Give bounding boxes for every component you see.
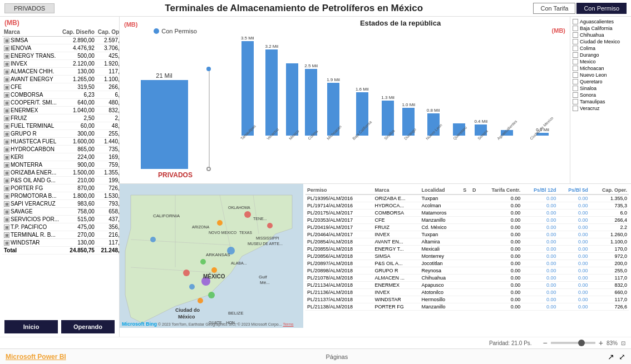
table-row[interactable]: ⊞FRUIZ 2,50 2,25 1 bbox=[2, 114, 119, 122]
expand-icon[interactable]: ⊞ bbox=[4, 116, 9, 121]
table-row[interactable]: PL/20353/ALM/2017 CFE Manzanillo 0.00 0.… bbox=[305, 217, 629, 224]
table-row[interactable]: ⊞COMBORSA 6,23 6,00 1 bbox=[2, 91, 119, 99]
checkbox[interactable] bbox=[573, 86, 578, 91]
checkbox[interactable] bbox=[573, 79, 578, 84]
table-row[interactable]: PL/21138/ALM/2018 PORTER FG Manzanillo 0… bbox=[305, 303, 629, 311]
table-row[interactable]: ⊞INVEX 2.120,00 1.920,00 2 bbox=[2, 60, 119, 68]
table-row[interactable]: ⊞GRUPO R 300,00 255,00 1 bbox=[2, 130, 119, 138]
table-row[interactable]: PL/20854/ALM/2018 AVANT EN... Altamira 0… bbox=[305, 238, 629, 246]
table-row[interactable]: ⊞SERVICIOS POR... 515,00 437,00 1 bbox=[2, 216, 119, 223]
expand-icon[interactable]: ⊞ bbox=[4, 53, 9, 59]
data-table-container[interactable]: Marca Cap. Diseño Cap. Oper. Cant. ⊞SIMS… bbox=[0, 28, 119, 317]
right-data-table-container[interactable]: Permiso Marca Localidad S D Tarifa Centr… bbox=[303, 184, 631, 328]
table-row[interactable]: ⊞ENERMEX 1.040,00 832,00 1 bbox=[2, 107, 119, 114]
table-row[interactable]: PL/19714/ALM/2016 HYDROCA... Acolman 0.0… bbox=[305, 202, 629, 210]
zoom-fit-icon[interactable]: ⊡ bbox=[621, 340, 625, 346]
checkbox[interactable] bbox=[573, 99, 578, 104]
checkbox[interactable] bbox=[573, 92, 578, 98]
expand-icon[interactable]: ⊞ bbox=[4, 139, 9, 144]
expand-icon[interactable]: ⊞ bbox=[4, 193, 9, 199]
table-row[interactable]: ⊞FUEL TERMINAL 60,00 48,00 1 bbox=[2, 122, 119, 130]
checkbox[interactable] bbox=[573, 19, 578, 24]
table-row[interactable]: ⊞SAVAGE 758,00 658,00 1 bbox=[2, 208, 119, 216]
expand-icon[interactable]: ⊞ bbox=[4, 84, 9, 90]
expand-icon[interactable]: ⊞ bbox=[4, 46, 9, 51]
table-row[interactable]: PL/21136/ALM/2018 INVEX Atotonilco 0.00 … bbox=[305, 289, 629, 296]
table-row[interactable]: ⊞HYDROCARBON 865,00 735,25 1 bbox=[2, 146, 119, 153]
table-row[interactable]: PL/20855/ALM/2018 ENERGY T... Mexicali 0… bbox=[305, 246, 629, 253]
table-row[interactable]: PL/21134/ALM/2018 ENERMEX Apapusco 0.00 … bbox=[305, 282, 629, 289]
expand-icon[interactable]: ⊞ bbox=[4, 178, 9, 183]
expand-icon[interactable]: ⊞ bbox=[4, 108, 9, 113]
expand-icon[interactable]: ⊞ bbox=[4, 162, 9, 168]
checkbox-label: Michoacan bbox=[580, 66, 604, 71]
expand-icon[interactable]: ⊞ bbox=[4, 147, 9, 152]
table-row[interactable]: ⊞PROMOTORA B... 1.800,00 1.530,00 1 bbox=[2, 192, 119, 200]
table-row[interactable]: ⊞ENERGY TRANS. 500,00 425,00 2 bbox=[2, 52, 119, 60]
table-row[interactable]: ⊞TERMINAL R. B... 270,00 216,00 1 bbox=[2, 231, 119, 239]
zoom-slider[interactable] bbox=[551, 342, 595, 344]
table-row[interactable]: PL/21137/ALM/2018 WINDSTAR Hermosillo 0.… bbox=[305, 296, 629, 303]
table-row[interactable]: PL/20419/ALM/2017 FRUIZ Cd. México 0.00 … bbox=[305, 224, 629, 231]
table-row[interactable]: ⊞COOPER/T. SMI... 640,00 480,82 1 bbox=[2, 99, 119, 107]
checkbox[interactable] bbox=[573, 52, 578, 58]
table-row[interactable]: PL/20898/ALM/2018 GRUPO R Reynosa 0.00 0… bbox=[305, 267, 629, 275]
checkbox[interactable] bbox=[573, 66, 578, 71]
expand-icon[interactable]: ⊞ bbox=[4, 100, 9, 106]
table-row[interactable]: PL/20175/ALM/2017 COMBORSA Matamoros 0.0… bbox=[305, 210, 629, 217]
table-row[interactable]: PL/20897/ALM/2018 P&S OIL A... Jocotitla… bbox=[305, 260, 629, 267]
checkbox[interactable] bbox=[573, 72, 578, 78]
table-row[interactable]: PL/21078/ALM/2018 ALMACEN ... Chihuahua … bbox=[305, 275, 629, 282]
expand-icon[interactable]: ⊞ bbox=[4, 232, 9, 238]
table-row[interactable]: ⊞CFE 319,50 266,40 1 bbox=[2, 83, 119, 91]
table-row[interactable]: PL/20856/ALM/2018 SIMSA Monterrey 0.00 0… bbox=[305, 253, 629, 260]
table-row[interactable]: ⊞P&S OIL AND G... 210,00 199,99 1 bbox=[2, 177, 119, 185]
expand-icon[interactable]: ⊞ bbox=[4, 240, 9, 246]
table-row[interactable]: ⊞AVANT ENERGY 1.265,00 1.100,00 1 bbox=[2, 76, 119, 83]
expand-icon[interactable]: ⊞ bbox=[4, 123, 9, 129]
table-row[interactable]: ⊞PORTER FG 870,00 726,62 1 bbox=[2, 185, 119, 192]
table-row[interactable]: ⊞ALMACEN CHIH. 130,00 117,00 1 bbox=[2, 68, 119, 76]
expand-icon[interactable]: ⊞ bbox=[4, 38, 9, 43]
table-row[interactable]: ⊞SIMSA 2.890,00 2.597,00 4 bbox=[2, 37, 119, 44]
table-row[interactable]: ⊞IENOVA 4.476,92 3.706,00 3 bbox=[2, 44, 119, 52]
expand-icon[interactable]: ⊞ bbox=[4, 225, 9, 230]
terms-link[interactable]: Terms bbox=[283, 322, 293, 326]
checkbox[interactable] bbox=[573, 39, 578, 44]
privados-button[interactable]: PRIVADOS bbox=[4, 3, 55, 13]
pbi-link[interactable]: Microsoft Power BI bbox=[6, 353, 66, 361]
tab-con-tarifa[interactable]: Con Tarifa bbox=[533, 3, 575, 14]
table-row[interactable]: ⊞WINDSTAR 130,00 117,00 1 bbox=[2, 239, 119, 247]
table-row[interactable]: ⊞MONTERRA 900,00 759,00 1 bbox=[2, 161, 119, 169]
expand-icon[interactable]: ⊞ bbox=[4, 61, 9, 67]
table-row[interactable]: ⊞T.P. PACIFICO 475,00 356,20 1 bbox=[2, 223, 119, 231]
expand-icon[interactable]: ⊞ bbox=[4, 217, 9, 222]
expand-icon[interactable]: ⤢ bbox=[619, 352, 625, 361]
expand-icon[interactable]: ⊞ bbox=[4, 154, 9, 160]
expand-icon[interactable]: ⊞ bbox=[4, 77, 9, 82]
table-row[interactable]: ⊞ORIZABA ENER... 1.500,00 1.355,00 1 bbox=[2, 169, 119, 177]
table-row[interactable]: ⊞SAPI VERACRUZ 983,60 793,20 1 bbox=[2, 200, 119, 208]
table-row[interactable]: PL/20464/ALM/2017 INVEX Tuxpan 0.00 0.00… bbox=[305, 231, 629, 238]
checkbox[interactable] bbox=[573, 32, 578, 38]
checkbox[interactable] bbox=[573, 59, 578, 64]
expand-icon[interactable]: ⊞ bbox=[4, 131, 9, 137]
table-row[interactable]: PL/19395/ALM/2016 ORIZABA E... Tuxpan 0.… bbox=[305, 195, 629, 202]
table-row[interactable]: ⊞HUASTECA FUEL 1.600,00 1.440,00 1 bbox=[2, 138, 119, 146]
tab-con-permiso[interactable]: Con Permiso bbox=[576, 3, 627, 14]
zoom-plus[interactable]: + bbox=[599, 338, 603, 347]
expand-icon[interactable]: ⊞ bbox=[4, 201, 9, 207]
expand-icon[interactable]: ⊞ bbox=[4, 170, 9, 176]
expand-icon[interactable]: ⊞ bbox=[4, 209, 9, 215]
checkbox[interactable] bbox=[573, 26, 578, 31]
expand-icon[interactable]: ⊞ bbox=[4, 69, 9, 74]
inicio-button[interactable]: Inicio bbox=[4, 320, 58, 333]
operando-button[interactable]: Operando bbox=[61, 320, 115, 333]
zoom-minus[interactable]: − bbox=[543, 338, 548, 347]
expand-icon[interactable]: ⊞ bbox=[4, 92, 9, 98]
checkbox[interactable] bbox=[573, 106, 578, 111]
table-row[interactable]: ⊞KERI 224,00 169,63 1 bbox=[2, 153, 119, 161]
share-icon[interactable]: ↗ bbox=[608, 352, 614, 361]
expand-icon[interactable]: ⊞ bbox=[4, 186, 9, 191]
checkbox[interactable] bbox=[573, 46, 578, 51]
